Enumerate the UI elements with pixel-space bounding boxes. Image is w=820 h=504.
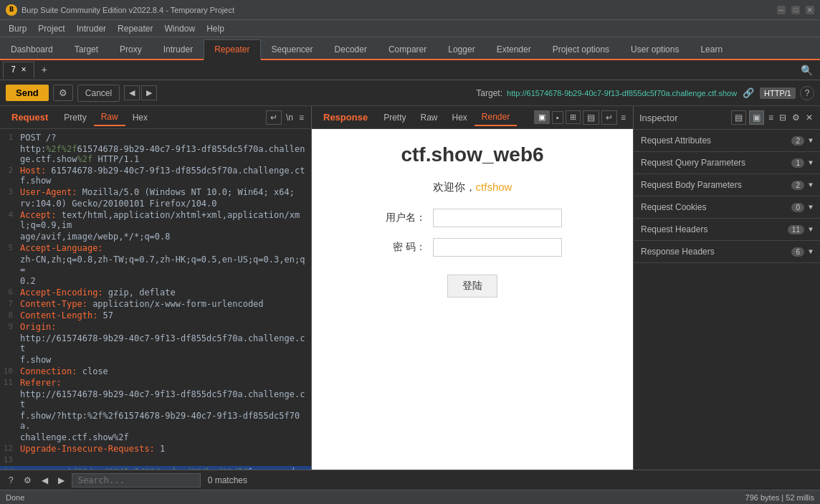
inspector-section-header-body-params[interactable]: Request Body Parameters 2 ▼ [634, 174, 820, 196]
response-toolbar-left[interactable]: ▤ [583, 110, 599, 125]
view-grid-button[interactable]: ⊞ [566, 110, 581, 124]
menu-window[interactable]: Window [158, 22, 201, 35]
back-button[interactable]: ◀ [124, 85, 140, 100]
inspector-settings-icon[interactable]: ⚙ [791, 110, 801, 125]
main-content: Request Pretty Raw Hex ↵ \n ≡ 1 POST /? … [0, 106, 820, 470]
inspector-section-title-body-params: Request Body Parameters [641, 180, 791, 190]
inspector-chevron-cookies: ▼ [809, 204, 813, 211]
bottom-back-button[interactable]: ◀ [39, 474, 51, 487]
bottom-forward-button[interactable]: ▶ [55, 474, 67, 487]
nav-tab-comparer[interactable]: Comparer [378, 39, 437, 59]
titlebar-title: Burp Suite Community Edition v2022.8.4 -… [22, 6, 234, 14]
login-button[interactable]: 登陆 [447, 275, 497, 298]
request-wrap-icon[interactable]: ↵ [266, 110, 282, 125]
bottom-help-button[interactable]: ? [6, 474, 16, 487]
welcome-text: 欢迎你， [433, 181, 476, 193]
inspector-section-title-query-params: Request Query Parameters [641, 158, 791, 168]
username-input[interactable] [433, 209, 562, 227]
menu-intruder[interactable]: Intruder [71, 22, 112, 35]
nav-tab-logger[interactable]: Logger [437, 39, 485, 59]
nav-tab-learn[interactable]: Learn [690, 39, 733, 59]
menu-burp[interactable]: Burp [3, 22, 32, 35]
inspector-section-title-cookies: Request Cookies [641, 202, 791, 212]
close-button[interactable]: ✕ [806, 6, 814, 14]
code-line-5b: age/avif,image/webp,*/*;q=0.8 [0, 231, 311, 242]
inspector-section-header-query-params[interactable]: Request Query Parameters 1 ▼ [634, 152, 820, 173]
code-line-7: 6 Accept-Encoding: gzip, deflate [0, 287, 311, 298]
response-menu-icon[interactable]: ≡ [619, 111, 627, 124]
status-right: 796 bytes | 52 millis [745, 493, 814, 502]
nav-tab-dashboard[interactable]: Dashboard [0, 39, 64, 59]
inspector-chevron-request-attributes: ▼ [809, 137, 813, 145]
inspector-section-header-request-attributes[interactable]: Request Attributes 2 ▼ [634, 130, 820, 151]
nav-tab-decoder[interactable]: Decoder [324, 39, 378, 59]
nav-tab-sequencer[interactable]: Sequencer [261, 39, 324, 59]
username-label: 用户名： [383, 211, 426, 224]
help-button[interactable]: ? [800, 86, 814, 100]
add-tab-button[interactable]: + [36, 63, 53, 77]
nav-tab-intruder[interactable]: Intruder [153, 39, 204, 59]
send-button[interactable]: Send [6, 85, 49, 101]
request-format-icon[interactable]: \n [285, 110, 295, 125]
password-label: 密 码： [383, 241, 426, 254]
request-code-area[interactable]: 1 POST /? http:%2f%2f61574678-9b29-40c7-… [0, 129, 311, 470]
request-tab-hex[interactable]: Hex [125, 110, 155, 125]
inspector-header: Inspector ▤ ▣ ≡ ⊟ ⚙ ✕ [634, 106, 820, 130]
forward-button[interactable]: ▶ [141, 85, 157, 100]
view-split-button[interactable]: ▣ [534, 110, 550, 124]
repeater-tab-7[interactable]: 7 × [3, 62, 34, 79]
response-tab-pretty[interactable]: Pretty [376, 110, 413, 125]
bottom-settings-button[interactable]: ⚙ [21, 474, 34, 487]
request-tab-raw[interactable]: Raw [94, 109, 125, 126]
inspector-badge-request-attributes: 2 [791, 136, 804, 146]
request-menu-icon[interactable]: ≡ [297, 110, 305, 125]
code-line-14: 13 [0, 455, 311, 466]
search-icon-button[interactable]: 🔍 [796, 63, 817, 77]
welcome-message: 欢迎你，ctfshow [433, 181, 512, 194]
inspector-section-query-params: Request Query Parameters 1 ▼ [634, 152, 820, 174]
inspector-title: Inspector [639, 113, 731, 123]
titlebar-controls: ─ □ ✕ [777, 6, 814, 14]
status-left: Done [6, 493, 24, 502]
inspector-panel: Inspector ▤ ▣ ≡ ⊟ ⚙ ✕ Request Attributes… [634, 106, 820, 470]
minimize-button[interactable]: ─ [777, 6, 786, 14]
view-single-button[interactable]: ▪ [552, 111, 563, 124]
menu-help[interactable]: Help [201, 22, 230, 35]
inspector-view-btn-1[interactable]: ▤ [731, 110, 746, 125]
inspector-chevron-resp-headers: ▼ [809, 248, 813, 256]
response-tab-render[interactable]: Render [475, 109, 517, 126]
request-tab-pretty[interactable]: Pretty [57, 110, 93, 125]
settings-gear-button[interactable]: ⚙ [53, 85, 73, 101]
matches-label: 0 matches [208, 475, 247, 485]
response-wrap-icon[interactable]: ↵ [601, 110, 617, 125]
target-link-icon[interactable]: 🔗 [741, 86, 755, 100]
code-line-3: 2 Host: 61574678-9b29-40c7-9f13-df855dc5… [0, 165, 311, 186]
nav-tab-target[interactable]: Target [64, 39, 109, 59]
password-input[interactable] [433, 238, 562, 257]
inspector-section-body-params: Request Body Parameters 2 ▼ [634, 174, 820, 196]
inspector-section-resp-headers: Response Headers 6 ▼ [634, 241, 820, 263]
inspector-section-header-cookies[interactable]: Request Cookies 0 ▼ [634, 196, 820, 218]
site-title: ctf.show_web6 [401, 143, 543, 166]
cancel-button[interactable]: Cancel [77, 85, 120, 102]
burp-logo: B [6, 4, 17, 16]
nav-tab-repeater[interactable]: Repeater [204, 39, 260, 60]
inspector-section-header-resp-headers[interactable]: Response Headers 6 ▼ [634, 241, 820, 262]
inspector-split-icon[interactable]: ⊟ [778, 110, 788, 125]
nav-tab-project-options[interactable]: Project options [542, 39, 620, 59]
search-input[interactable] [72, 473, 201, 488]
nav-tab-extender[interactable]: Extender [486, 39, 542, 59]
inspector-align-icon[interactable]: ≡ [767, 110, 775, 125]
code-line-12c: f.show/?http:%2f%2f61574678-9b29-40c7-9f… [0, 410, 311, 432]
inspector-view-btn-2[interactable]: ▣ [749, 110, 764, 125]
inspector-section-header-req-headers[interactable]: Request Headers 11 ▼ [634, 219, 820, 240]
menu-project[interactable]: Project [32, 22, 70, 35]
nav-tab-proxy[interactable]: Proxy [109, 39, 153, 59]
inspector-close-icon[interactable]: ✕ [804, 110, 814, 125]
login-btn-container: 登陆 [447, 275, 497, 298]
response-tab-hex[interactable]: Hex [445, 110, 475, 125]
maximize-button[interactable]: □ [791, 6, 800, 14]
response-tab-raw[interactable]: Raw [413, 110, 444, 125]
menu-repeater[interactable]: Repeater [112, 22, 158, 35]
nav-tab-user-options[interactable]: User options [620, 39, 690, 59]
